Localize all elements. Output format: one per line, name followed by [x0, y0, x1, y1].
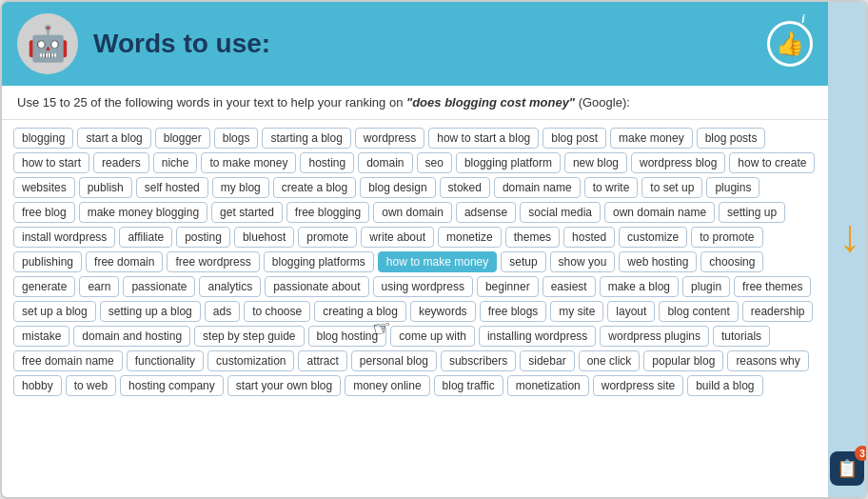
- word-tag[interactable]: create a blog: [273, 177, 356, 198]
- word-tag[interactable]: blog posts: [697, 128, 766, 149]
- word-tag[interactable]: attract: [298, 350, 346, 371]
- word-tag[interactable]: build a blog: [687, 375, 762, 396]
- word-tag[interactable]: blog traffic: [434, 375, 503, 396]
- word-tag[interactable]: make money blogging: [79, 202, 207, 223]
- word-tag[interactable]: wordpress blog: [631, 152, 725, 173]
- word-tag[interactable]: how to start a blog: [428, 128, 539, 149]
- word-tag[interactable]: free domain: [86, 251, 163, 272]
- word-tag[interactable]: monetization: [507, 375, 589, 396]
- word-tag[interactable]: popular blog: [643, 350, 723, 371]
- word-tag[interactable]: blog post: [542, 128, 606, 149]
- word-tag[interactable]: come up with: [390, 326, 475, 347]
- word-tag[interactable]: setting up a blog: [100, 301, 201, 322]
- word-tag[interactable]: start a blog: [77, 128, 150, 149]
- word-tag[interactable]: free blogging: [286, 202, 369, 223]
- word-tag[interactable]: generate: [13, 276, 75, 297]
- word-tag[interactable]: plugin: [682, 276, 730, 297]
- word-tag[interactable]: wordpress: [355, 128, 424, 149]
- word-tag[interactable]: free domain name: [13, 350, 123, 371]
- word-tag[interactable]: own domain: [373, 202, 452, 223]
- word-tag[interactable]: publish: [79, 177, 132, 198]
- word-tag[interactable]: using wordpress: [373, 276, 473, 297]
- word-tag[interactable]: new blog: [564, 152, 627, 173]
- word-tag[interactable]: websites: [13, 177, 75, 198]
- word-tag[interactable]: hosting: [300, 152, 354, 173]
- word-tag[interactable]: install wordpress: [13, 227, 115, 248]
- word-tag[interactable]: passionate about: [265, 276, 368, 297]
- word-tag[interactable]: functionality: [127, 350, 204, 371]
- word-tag[interactable]: bluehost: [234, 227, 294, 248]
- word-tag[interactable]: setup: [501, 251, 545, 272]
- word-tag[interactable]: seo: [417, 152, 452, 173]
- word-tag[interactable]: publishing: [13, 251, 82, 272]
- thumbs-up-button[interactable]: 👍: [767, 21, 813, 67]
- word-tag[interactable]: money online: [345, 375, 429, 396]
- word-tag[interactable]: plugins: [706, 177, 760, 198]
- word-tag[interactable]: make money: [610, 128, 693, 149]
- word-tag[interactable]: sidebar: [520, 350, 574, 371]
- word-tag[interactable]: to choose: [244, 301, 310, 322]
- word-tag[interactable]: monetize: [438, 227, 502, 248]
- word-tag[interactable]: one click: [579, 350, 641, 371]
- word-tag[interactable]: starting a blog: [262, 128, 350, 149]
- word-tag[interactable]: hobby: [13, 375, 62, 396]
- word-tag[interactable]: free wordpress: [167, 251, 259, 272]
- word-tag[interactable]: social media: [520, 202, 601, 223]
- word-tag[interactable]: posting: [176, 227, 230, 248]
- word-tag[interactable]: start your own blog: [227, 375, 341, 396]
- word-tag[interactable]: domain name: [494, 177, 581, 198]
- word-tag[interactable]: reasons why: [727, 350, 808, 371]
- word-tag[interactable]: themes: [505, 227, 560, 248]
- word-tag[interactable]: make a blog: [600, 276, 679, 297]
- word-tag[interactable]: affiliate: [119, 227, 172, 248]
- word-tag[interactable]: customization: [207, 350, 294, 371]
- word-tag[interactable]: layout: [607, 301, 655, 322]
- word-tag[interactable]: to web: [66, 375, 116, 396]
- word-tag[interactable]: hosted: [563, 227, 615, 248]
- word-tag[interactable]: subscribers: [441, 350, 516, 371]
- word-tag[interactable]: own domain name: [604, 202, 715, 223]
- word-tag[interactable]: to set up: [641, 177, 702, 198]
- word-tag[interactable]: domain: [358, 152, 412, 173]
- word-tag[interactable]: set up a blog: [13, 301, 96, 322]
- word-tag[interactable]: how to make money: [378, 251, 497, 272]
- word-tag[interactable]: setting up: [719, 202, 785, 223]
- word-tag[interactable]: to make money: [201, 152, 296, 173]
- word-tag[interactable]: how to create: [729, 152, 815, 173]
- word-tag[interactable]: earn: [79, 276, 119, 297]
- word-tag[interactable]: blog content: [659, 301, 738, 322]
- word-tag[interactable]: mistake: [13, 326, 69, 347]
- word-tag[interactable]: my site: [550, 301, 603, 322]
- word-tag[interactable]: to write: [584, 177, 639, 198]
- word-tag[interactable]: blogger: [155, 128, 210, 149]
- word-tag[interactable]: adsense: [456, 202, 516, 223]
- word-tag[interactable]: niche: [153, 152, 198, 173]
- word-tag[interactable]: get started: [211, 202, 283, 223]
- word-tag[interactable]: my blog: [212, 177, 269, 198]
- word-tag[interactable]: analytics: [199, 276, 261, 297]
- word-tag[interactable]: beginner: [477, 276, 539, 297]
- word-tag[interactable]: free blog: [13, 202, 75, 223]
- word-tag[interactable]: customize: [619, 227, 687, 248]
- word-tag[interactable]: personal blog: [351, 350, 437, 371]
- word-tag[interactable]: hosting company: [120, 375, 224, 396]
- word-tag[interactable]: creating a blog: [314, 301, 406, 322]
- word-tag[interactable]: readers: [93, 152, 149, 173]
- word-tag[interactable]: blogging platforms: [264, 251, 374, 272]
- word-tag[interactable]: installing wordpress: [479, 326, 596, 347]
- word-tag[interactable]: wordpress site: [593, 375, 683, 396]
- word-tag[interactable]: keywords: [410, 301, 476, 322]
- word-tag[interactable]: tutorials: [713, 326, 770, 347]
- word-tag[interactable]: promote: [298, 227, 357, 248]
- word-tag[interactable]: easiest: [542, 276, 596, 297]
- word-tag[interactable]: choosing: [700, 251, 763, 272]
- word-tag[interactable]: write about: [361, 227, 434, 248]
- word-tag[interactable]: domain and hosting: [73, 326, 190, 347]
- word-tag[interactable]: web hosting: [619, 251, 697, 272]
- word-tag[interactable]: free blogs: [480, 301, 547, 322]
- word-tag[interactable]: blog design: [360, 177, 435, 198]
- word-tag[interactable]: blogging platform: [456, 152, 561, 173]
- word-tag[interactable]: show you: [550, 251, 616, 272]
- word-tag[interactable]: free themes: [734, 276, 811, 297]
- word-tag[interactable]: how to start: [13, 152, 89, 173]
